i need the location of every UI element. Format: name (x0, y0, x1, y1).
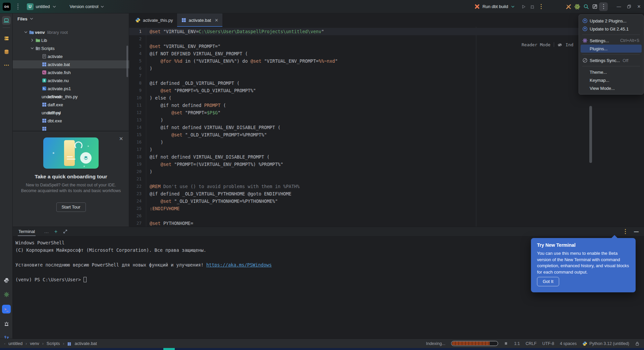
code-content[interactable]: @set "VIRTUAL_ENV=C:\Users\User\Dataspel… (146, 28, 644, 227)
tree-item-dbt.exe[interactable]: dbt.exe (13, 117, 129, 125)
line-separator-widget[interactable]: CRLF (526, 341, 537, 346)
tree-item-Lib[interactable]: Lib (13, 36, 129, 44)
tab-activate.bat[interactable]: activate.bat✕ (177, 13, 222, 27)
more-tools-icon[interactable] (2, 61, 11, 69)
start-tour-button[interactable]: Start Tour (56, 202, 86, 212)
menu-item-view-mode-[interactable]: View Mode... (581, 84, 642, 92)
lock-icon[interactable] (635, 341, 640, 346)
feedback-icon[interactable] (590, 2, 599, 11)
project-tool-icon[interactable] (2, 16, 11, 25)
more-options-icon[interactable] (599, 2, 608, 11)
encoding-widget[interactable]: UTF-8 (542, 341, 554, 346)
menu-item-update-to-git-2-45-1[interactable]: Update to Git 2.45.1 (581, 25, 642, 33)
menu-item-settings-sync-[interactable]: Settings Sync...Off (581, 56, 642, 64)
tree-item-activate.nu[interactable]: activate.nu (13, 76, 129, 84)
window-restore-button[interactable] (624, 2, 634, 11)
build-tools-icon[interactable] (564, 2, 573, 11)
got-it-button[interactable]: Got It (537, 277, 559, 286)
editor-scrollbar[interactable] (589, 106, 592, 163)
hide-panel-icon[interactable]: — (634, 229, 639, 234)
line-number: 14 (129, 124, 146, 131)
interpreter-widget[interactable]: Python 3.12 (untitled) (582, 341, 629, 346)
eye-slash-icon[interactable] (557, 42, 562, 47)
code-line: ) (146, 116, 644, 124)
pause-indexing-icon[interactable] (504, 341, 508, 346)
reader-mode-toggle[interactable]: Reader Mode (522, 42, 550, 47)
caret-position-widget[interactable]: 1:1 (514, 341, 520, 346)
file-text-icon (42, 54, 48, 59)
menu-item-update-2-plugins-[interactable]: Update 2 Plugins... (581, 17, 642, 25)
window-minimize-button[interactable]: — (614, 2, 624, 11)
tree-item-partial[interactable] (13, 125, 129, 131)
main-menu-icon[interactable] (16, 2, 20, 11)
tree-item-activate.bat[interactable]: activate.bat (13, 60, 129, 68)
vcs-widget[interactable]: Version control (67, 3, 107, 10)
chevron-down-icon[interactable] (29, 46, 35, 51)
more-tabs-icon[interactable]: ... (44, 229, 49, 234)
breadcrumb-item[interactable]: activate.bat (74, 341, 97, 346)
code-token: "PROMPT=(%VIRTUAL_ENV_PROMPT%) %PROMPT%" (171, 162, 283, 167)
tab-label: activate_this.py (143, 18, 173, 23)
code-line: @set "VIRTUAL_ENV=C:\Users\User\Dataspel… (146, 28, 644, 35)
close-icon[interactable]: ✕ (118, 136, 124, 141)
tree-item-daff.py[interactable]: undefineddaff.py (13, 109, 129, 117)
project-name: untitled (36, 4, 50, 9)
tooltip-body: You can use this menu to enable the Beta… (537, 250, 631, 275)
code-line: @if not defined VIRTUAL_ENV_DISABLE_PROM… (146, 124, 644, 131)
tab-activate_this.py[interactable]: activate_this.py (131, 13, 177, 27)
indent-widget[interactable]: 4 spaces (560, 341, 577, 346)
code-token: @set (171, 132, 182, 137)
code-token: " (218, 110, 220, 115)
tree-item-daff.exe[interactable]: daff.exe (13, 101, 129, 109)
notebooks-tool-icon[interactable] (2, 34, 11, 43)
files-panel-header[interactable]: Files (13, 13, 129, 24)
menu-item-theme-[interactable]: Theme... (581, 68, 642, 76)
code-line: @set "PROMPT=(%VIRTUAL_ENV_PROMPT%) %PRO… (146, 161, 644, 168)
terminal-tool-icon[interactable]: >_ (2, 305, 11, 313)
code-line: @REM Don't use () to avoid problems with… (146, 183, 644, 190)
tree-item-activate_this.py[interactable]: undefinedactivate_this.py (13, 93, 129, 101)
new-terminal-tab-button[interactable]: + (54, 229, 57, 234)
chevron-down-icon (52, 4, 57, 9)
breadcrumb-item[interactable]: venv (30, 341, 39, 346)
chevron-right-icon[interactable] (29, 38, 35, 43)
chevron-spacer (36, 110, 42, 115)
project-widget[interactable]: U untitled (25, 2, 59, 11)
tree-scrollbar[interactable] (126, 46, 128, 77)
menu-icon-spacer (582, 69, 590, 75)
python-console-icon[interactable] (2, 276, 11, 285)
menu-item-keymap-[interactable]: Keymap... (581, 76, 642, 84)
window-close-button[interactable]: ✕ (634, 2, 644, 11)
terminal-tab[interactable]: Terminal (18, 227, 36, 236)
database-tool-icon[interactable] (2, 47, 11, 56)
terminal-options-icon[interactable] (625, 229, 626, 234)
menu-item-plugins-[interactable]: Plugins... (581, 45, 642, 53)
close-tab-icon[interactable]: ✕ (215, 18, 218, 23)
tree-item-activate[interactable]: activate (13, 52, 129, 60)
maximize-panel-icon[interactable] (63, 229, 68, 234)
tree-item-Scripts[interactable]: Scripts (13, 44, 129, 52)
chevron-spacer (36, 126, 42, 131)
menu-item-settings-[interactable]: Settings...Ctrl+Alt+S (581, 37, 642, 45)
run-more-icon[interactable] (537, 2, 545, 11)
run-configuration-widget[interactable]: Run dbt build (474, 4, 515, 9)
tree-item-activate.ps1[interactable]: activate.ps1 (13, 84, 129, 93)
menu-item-label: Keymap... (590, 78, 609, 83)
breadcrumb-item[interactable]: Scripts (47, 341, 60, 346)
run-button[interactable] (519, 2, 528, 11)
search-everywhere-icon[interactable] (582, 2, 590, 11)
windows-file-icon (67, 341, 71, 346)
problems-tool-icon[interactable] (2, 319, 11, 328)
editor-body[interactable]: 1234567891011121314151617181920212223242… (129, 27, 644, 227)
code-token (150, 88, 161, 93)
breadcrumb-item[interactable]: untitled (8, 341, 22, 346)
code-token: "_OLD_VIRTUAL_PROMPT=%PROMPT%" (182, 132, 267, 137)
tree-item-activate.fish[interactable]: activate.fish (13, 68, 129, 76)
science-icon[interactable] (573, 2, 582, 11)
tree-item-venv[interactable]: venvlibrary root (13, 28, 129, 36)
chevron-down-icon[interactable] (23, 30, 29, 35)
update-icon (582, 18, 590, 23)
terminal-link[interactable]: https://aka.ms/PSWindows (206, 262, 272, 268)
debug-button[interactable] (528, 2, 537, 11)
settings-tool-icon[interactable] (2, 290, 11, 299)
